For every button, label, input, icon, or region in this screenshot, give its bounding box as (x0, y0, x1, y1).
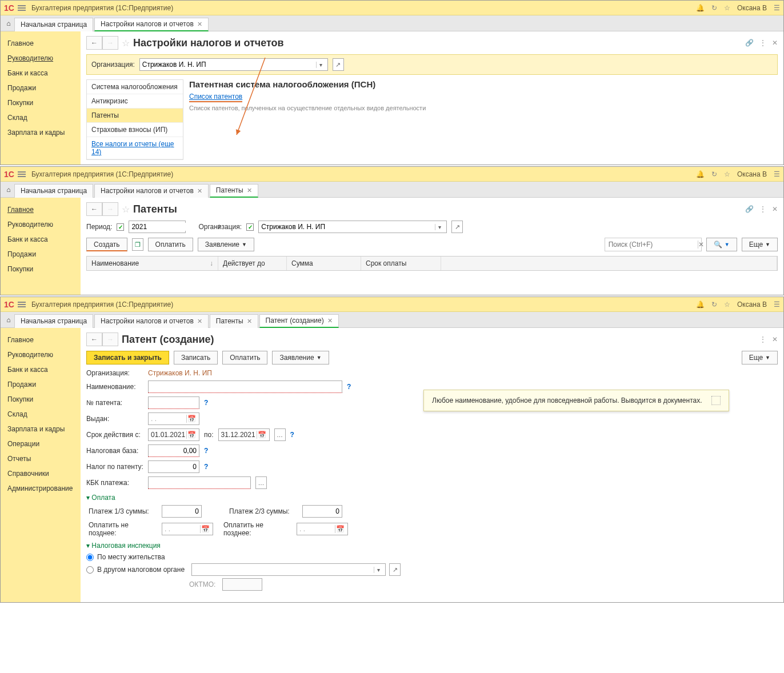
close-icon[interactable]: ✕ (197, 318, 202, 325)
tab-home[interactable]: Начальная страница (14, 18, 93, 31)
sidebar-item-sales[interactable]: Продажи (1, 247, 81, 262)
back-button[interactable]: ← (86, 202, 102, 216)
sidebar-item-main[interactable]: Главное (1, 202, 81, 217)
org-combo[interactable]: ▾ (139, 58, 328, 71)
bell-icon[interactable]: 🔔 (696, 301, 705, 309)
close-icon[interactable]: ✕ (772, 335, 778, 343)
help-icon[interactable]: ? (290, 431, 294, 439)
radio-residence[interactable] (86, 554, 94, 561)
help-icon[interactable]: ? (204, 463, 208, 471)
calendar-icon[interactable]: 📅 (200, 525, 210, 533)
date-from[interactable]: 01.01.2021📅 (148, 428, 199, 441)
sidebar-item-bank[interactable]: Банк и касса (1, 66, 81, 81)
hamburger-icon[interactable] (18, 170, 26, 178)
sidebar-item-manager[interactable]: Руководителю (1, 217, 81, 232)
tax-org-input[interactable] (194, 566, 374, 574)
col-sum[interactable]: Сумма (287, 257, 361, 270)
hamburger-icon[interactable] (18, 4, 26, 12)
help-icon[interactable]: ? (204, 447, 208, 455)
link-icon[interactable]: 🔗 (745, 39, 754, 47)
org-combo[interactable]: ▾ (258, 221, 447, 233)
num-input[interactable] (148, 396, 199, 409)
copy-button[interactable]: ❐ (132, 238, 143, 251)
star-icon[interactable]: ☆ (724, 170, 730, 178)
create-button[interactable]: Создать (86, 238, 127, 251)
link-icon[interactable]: 🔗 (745, 205, 754, 213)
tax-inspection-section[interactable]: ▾ Налоговая инспекция (86, 542, 778, 550)
user-name[interactable]: Оксана В (737, 170, 767, 178)
dropdown-icon[interactable]: ▾ (316, 62, 325, 68)
more-button[interactable]: Еще ▼ (742, 238, 778, 251)
dropdown-icon[interactable]: ▾ (374, 567, 383, 573)
sidebar-item-warehouse[interactable]: Склад (1, 110, 81, 125)
tab-patent-create[interactable]: Патент (создание)✕ (259, 314, 339, 328)
application-button[interactable]: Заявление ▼ (198, 238, 254, 251)
home-icon[interactable]: ⌂ (3, 186, 14, 194)
nav-patents[interactable]: Патенты (87, 109, 183, 123)
open-org-button[interactable]: ↗ (451, 221, 463, 233)
search-field[interactable] (605, 241, 698, 249)
sidebar-item-main[interactable]: Главное (1, 333, 81, 347)
sidebar-item-bank[interactable]: Банк и касса (1, 232, 81, 247)
oktmo-input[interactable] (222, 578, 262, 591)
org-value[interactable]: Стрижаков И. Н. ИП (148, 369, 212, 377)
issued-date[interactable]: . .📅 (148, 412, 199, 425)
org-checkbox[interactable]: ✓ (246, 223, 254, 231)
nav-crisis[interactable]: Антикризис (87, 94, 183, 109)
tax-org-combo[interactable]: ▾ (191, 563, 386, 576)
more-button[interactable]: Еще ▼ (742, 351, 778, 364)
sidebar-item-bank[interactable]: Банк и касса (1, 362, 81, 377)
sidebar-item-sales[interactable]: Продажи (1, 81, 81, 95)
calendar-icon[interactable]: 📅 (186, 431, 197, 439)
org-input[interactable] (261, 223, 435, 231)
ellipsis-button[interactable]: … (255, 476, 267, 489)
bell-icon[interactable]: 🔔 (696, 170, 705, 178)
calendar-icon[interactable]: 📅 (257, 431, 267, 439)
tab-patents[interactable]: Патенты✕ (210, 184, 258, 198)
tax-input[interactable] (148, 460, 199, 473)
tab-patents[interactable]: Патенты✕ (210, 314, 258, 328)
deadline1-date[interactable]: . .📅 (162, 523, 213, 535)
radio-other[interactable] (86, 566, 94, 574)
sidebar-item-sales[interactable]: Продажи (1, 377, 81, 392)
home-icon[interactable]: ⌂ (3, 19, 14, 27)
more-icon[interactable]: ⋮ (759, 335, 766, 343)
period-input[interactable]: ▲▼ (129, 221, 186, 233)
more-icon[interactable]: ⋮ (759, 205, 766, 213)
close-icon[interactable]: ✕ (327, 317, 333, 325)
menu-icon[interactable]: ☰ (774, 170, 780, 178)
sidebar-item-purchases[interactable]: Покупки (1, 392, 81, 407)
calendar-icon[interactable]: 📅 (335, 525, 345, 533)
menu-icon[interactable]: ☰ (774, 301, 780, 309)
period-checkbox[interactable]: ✓ (117, 223, 124, 231)
sidebar-item-purchases[interactable]: Покупки (1, 95, 81, 110)
sidebar-item-salary[interactable]: Зарплата и кадры (1, 125, 81, 140)
help-icon[interactable]: ? (347, 383, 351, 391)
history-icon[interactable]: ↻ (711, 4, 717, 12)
sidebar-item-operations[interactable]: Операции (1, 436, 81, 451)
org-input[interactable] (142, 61, 316, 69)
tab-home[interactable]: Начальная страница (14, 184, 93, 198)
more-icon[interactable]: ⋮ (759, 39, 766, 47)
col-deadline[interactable]: Срок оплаты (361, 257, 441, 270)
forward-button[interactable]: → (102, 333, 118, 346)
sidebar-item-admin[interactable]: Администрирование (1, 481, 81, 496)
pay23-input[interactable] (302, 505, 342, 518)
kbk-input[interactable] (148, 476, 251, 489)
sidebar-item-dictionaries[interactable]: Справочники (1, 466, 81, 481)
back-button[interactable]: ← (86, 333, 102, 346)
favorite-icon[interactable]: ☆ (122, 204, 130, 215)
history-icon[interactable]: ↻ (711, 170, 717, 178)
close-icon[interactable]: ✕ (197, 21, 202, 28)
close-icon[interactable]: ✕ (772, 39, 778, 47)
tooltip-close[interactable] (711, 396, 721, 405)
user-name[interactable]: Оксана В (737, 4, 767, 12)
forward-button[interactable]: → (102, 36, 118, 50)
bell-icon[interactable]: 🔔 (696, 4, 705, 12)
sidebar-item-main[interactable]: Главное (1, 36, 81, 51)
pay-button[interactable]: Оплатить (148, 238, 193, 251)
nav-insurance[interactable]: Страховые взносы (ИП) (87, 123, 183, 137)
close-icon[interactable]: ✕ (772, 205, 778, 213)
nav-tax-system[interactable]: Система налогообложения (87, 80, 183, 94)
favorite-icon[interactable]: ☆ (122, 38, 130, 49)
